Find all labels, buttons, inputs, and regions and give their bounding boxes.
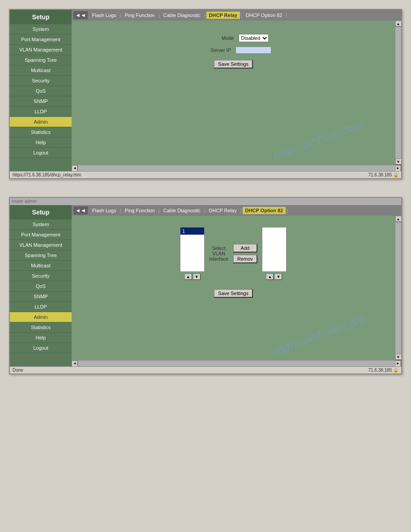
bottom-tab-dhcp-relay[interactable]: DHCP Relay <box>206 207 240 214</box>
top-status-url: https://71.6.38.185/dhcp_relay.htm <box>13 172 81 177</box>
top-content-area: ◄◄ Flash Logs | Ping Function | Cable Di… <box>72 10 401 171</box>
tab-flash-logs[interactable]: Flash Logs <box>90 12 119 19</box>
sidebar-item-logout[interactable]: Logout <box>10 148 72 158</box>
mode-select[interactable]: Disabled Enabled <box>239 34 269 42</box>
scroll-track[interactable] <box>395 27 402 159</box>
bottom-sidebar-item-logout[interactable]: Logout <box>10 343 72 353</box>
top-scrollbar: ▲ ▼ <box>395 21 401 165</box>
bottom-save-settings-button[interactable]: Save Settings <box>214 289 253 298</box>
bottom-status-ip: 71.6.38.185 🔒 <box>368 368 398 373</box>
right-list-scroll-up[interactable]: ▲ <box>266 274 274 280</box>
bottom-hscroll-right-btn[interactable]: ► <box>395 360 401 367</box>
top-status-ip: 71.6.38.185 🔒 <box>368 172 398 177</box>
bottom-sidebar-item-multicast[interactable]: Multicast <box>10 261 72 271</box>
bottom-tab-flash-logs[interactable]: Flash Logs <box>90 207 119 214</box>
bottom-watermark: manualshive.com <box>271 312 368 359</box>
sidebar-item-security[interactable]: Security <box>10 76 72 86</box>
sidebar-item-qos[interactable]: QoS <box>10 86 72 96</box>
top-sidebar-title: Setup <box>10 10 72 24</box>
server-ip-input[interactable] <box>235 47 271 54</box>
scroll-up-btn[interactable]: ▲ <box>395 21 402 27</box>
bottom-sidebar-item-statistics[interactable]: Statistics <box>10 322 72 333</box>
tab-dhcp-option82[interactable]: DHCP Option 82 <box>243 12 285 19</box>
sidebar-item-lldp[interactable]: LLDP <box>10 107 72 117</box>
bottom-sidebar: Setup System Port Management VLAN Manage… <box>10 205 72 366</box>
bottom-sidebar-item-lldp[interactable]: LLDP <box>10 302 72 312</box>
bottom-status-url: Done <box>13 368 23 373</box>
bottom-sidebar-item-spanning-tree[interactable]: Spanning Tree <box>10 250 72 261</box>
bottom-statusbar: Done 71.6.38.185 🔒 <box>10 366 401 373</box>
tab-cable-diagnostic[interactable]: Cable Diagnostic <box>161 12 203 19</box>
hscroll-left-btn[interactable]: ◄ <box>72 165 78 172</box>
bottom-sidebar-title: Setup <box>10 205 72 219</box>
vlan-list-right[interactable] <box>262 227 287 272</box>
sidebar-item-system[interactable]: System <box>10 24 72 34</box>
bottom-hscroll-left-btn[interactable]: ◄ <box>72 360 78 367</box>
bottom-hscroll-track[interactable] <box>78 360 395 367</box>
top-tab-bar: ◄◄ Flash Logs | Ping Function | Cable Di… <box>72 10 401 21</box>
bottom-sidebar-item-port-management[interactable]: Port Management <box>10 230 72 240</box>
mode-label: Mode <box>198 35 234 41</box>
list-scroll-up[interactable]: ▲ <box>184 274 192 280</box>
bottom-sidebar-item-qos[interactable]: QoS <box>10 281 72 292</box>
bottom-sidebar-item-admin[interactable]: Admin <box>10 312 72 322</box>
hscroll-track[interactable] <box>78 165 395 172</box>
top-browser-window: Setup System Port Management VLAN Manage… <box>9 9 402 179</box>
sidebar-item-help[interactable]: Help <box>10 137 72 148</box>
bottom-sidebar-item-security[interactable]: Security <box>10 271 72 281</box>
add-remove-buttons: Add Remov <box>233 244 257 263</box>
sidebar-item-port-management[interactable]: Port Management <box>10 34 72 45</box>
tab-dhcp-relay[interactable]: DHCP Relay <box>206 12 240 19</box>
watermark: manualshive.com <box>271 116 368 163</box>
sidebar-item-admin[interactable]: Admin <box>10 117 72 127</box>
bottom-scroll-down-btn[interactable]: ▼ <box>395 354 402 360</box>
bottom-sidebar-item-vlan-management[interactable]: VLAN Management <box>10 240 72 250</box>
bottom-content-area: ◄◄ Flash Logs | Ping Function | Cable Di… <box>72 205 401 366</box>
bottom-scroll-up-btn[interactable]: ▲ <box>395 216 402 222</box>
bottom-tab-nav-left[interactable]: ◄◄ <box>73 206 88 215</box>
add-button[interactable]: Add <box>233 244 257 253</box>
vlan-list-left[interactable]: 1 <box>180 227 205 272</box>
bottom-scroll-track[interactable] <box>395 222 402 354</box>
bottom-tab-bar: ◄◄ Flash Logs | Ping Function | Cable Di… <box>72 205 401 216</box>
scroll-down-btn[interactable]: ▼ <box>395 159 402 165</box>
bottom-browser-window: router admin Setup System Port Managemen… <box>9 197 402 374</box>
bottom-tab-dhcp-option82[interactable]: DHCP Option 82 <box>243 207 286 214</box>
bottom-hscrollbar: ◄ ► <box>72 360 401 366</box>
sidebar-item-multicast[interactable]: Multicast <box>10 65 72 76</box>
bottom-tab-cable-diagnostic[interactable]: Cable Diagnostic <box>161 207 203 214</box>
right-list-scroll-down[interactable]: ▼ <box>274 274 282 280</box>
save-settings-button[interactable]: Save Settings <box>214 60 253 69</box>
sidebar-item-vlan-management[interactable]: VLAN Management <box>10 45 72 55</box>
top-statusbar: https://71.6.38.185/dhcp_relay.htm 71.6.… <box>10 171 401 178</box>
bottom-scrollbar: ▲ ▼ <box>395 216 401 360</box>
top-content-panel: Mode Disabled Enabled Server IP Save Set… <box>72 21 395 165</box>
sidebar-item-spanning-tree[interactable]: Spanning Tree <box>10 55 72 65</box>
bottom-content-panel: 1 ▲ ▼ Select VLAN I <box>72 216 395 360</box>
tab-nav-left[interactable]: ◄◄ <box>73 11 88 19</box>
hscroll-right-btn[interactable]: ► <box>395 165 401 172</box>
remove-button[interactable]: Remov <box>233 254 257 263</box>
bottom-sidebar-item-help[interactable]: Help <box>10 333 72 343</box>
sidebar-item-snmp[interactable]: SNMP <box>10 96 72 107</box>
top-sidebar: Setup System Port Management VLAN Manage… <box>10 10 72 171</box>
sidebar-item-statistics[interactable]: Statistics <box>10 127 72 137</box>
bottom-titlebar: router admin <box>10 198 401 205</box>
list-scroll-down[interactable]: ▼ <box>193 274 201 280</box>
top-hscrollbar: ◄ ► <box>72 165 401 171</box>
tab-ping-function[interactable]: Ping Function <box>122 12 157 19</box>
bottom-sidebar-item-system[interactable]: System <box>10 219 72 230</box>
bottom-tab-ping-function[interactable]: Ping Function <box>122 207 157 214</box>
select-vlan-label: Select VLAN Interface <box>209 245 228 262</box>
bottom-sidebar-item-snmp[interactable]: SNMP <box>10 292 72 302</box>
server-ip-label: Server IP <box>195 47 231 53</box>
vlan-list-item[interactable]: 1 <box>180 227 204 235</box>
